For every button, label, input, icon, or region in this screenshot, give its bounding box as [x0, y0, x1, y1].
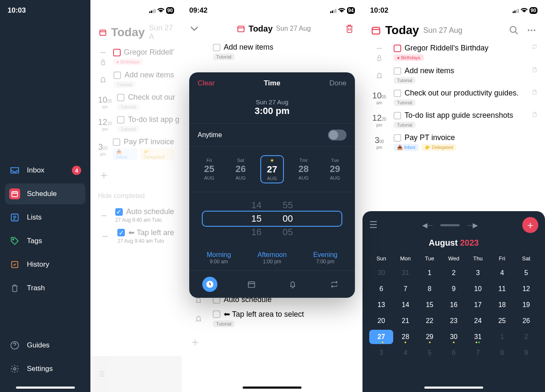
calendar-day[interactable]: 9: [442, 282, 466, 296]
calendar-day[interactable]: 5: [418, 346, 442, 360]
next-arrow[interactable]: ···▶: [467, 221, 478, 229]
checkbox[interactable]: ✓: [117, 229, 125, 236]
task-title: Pay PT invoice: [124, 138, 174, 146]
checkbox[interactable]: [117, 116, 124, 124]
calendar-day[interactable]: 4: [393, 346, 417, 360]
calendar-day[interactable]: 1: [418, 266, 442, 280]
preset-button[interactable]: Morning9:00 am: [206, 251, 231, 265]
calendar-day[interactable]: 5: [514, 266, 538, 280]
calendar-day[interactable]: 23: [442, 314, 466, 328]
date-cell[interactable]: Sat26AUG: [229, 155, 252, 183]
tab-date[interactable]: [244, 277, 259, 292]
date-cell[interactable]: Tmr28AUG: [292, 155, 315, 183]
checkbox[interactable]: [213, 44, 220, 51]
more-icon[interactable]: [526, 25, 537, 35]
hide-completed-toggle[interactable]: Hide completed: [90, 187, 182, 205]
calendar-day[interactable]: 7: [466, 346, 490, 360]
header-title: Today: [249, 24, 272, 34]
calendar-day[interactable]: 25: [490, 314, 514, 328]
calendar-day[interactable]: 6: [369, 282, 393, 296]
calendar-day[interactable]: 28: [393, 330, 417, 344]
calendar-day[interactable]: 24: [466, 314, 490, 328]
nav-history[interactable]: History: [5, 254, 85, 275]
calendar-day[interactable]: 11: [490, 282, 514, 296]
search-icon[interactable]: [509, 25, 519, 35]
preset-button[interactable]: Afternoon1:00 pm: [257, 251, 286, 265]
nav-guides[interactable]: Guides: [5, 335, 85, 356]
calendar-day[interactable]: 15: [418, 298, 442, 312]
home-indicator: [16, 387, 75, 389]
calendar-day[interactable]: 20: [369, 314, 393, 328]
calendar-day[interactable]: 13: [369, 298, 393, 312]
tab-time[interactable]: [202, 277, 217, 292]
checkbox[interactable]: ✓: [115, 208, 123, 216]
checkbox[interactable]: [113, 49, 121, 56]
nav-inbox[interactable]: Inbox 4: [5, 160, 85, 181]
calendar-day[interactable]: 18: [490, 298, 514, 312]
tab-reminder[interactable]: [285, 277, 300, 292]
add-button[interactable]: ＋: [182, 330, 362, 354]
calendar-day[interactable]: 7: [393, 282, 417, 296]
calendar-day[interactable]: 31: [393, 266, 417, 280]
nav-inbox-label: Inbox: [27, 166, 45, 175]
nav-schedule[interactable]: Schedule: [5, 183, 85, 204]
calendar-day[interactable]: 30: [442, 330, 466, 344]
calendar-day[interactable]: 14: [393, 298, 417, 312]
calendar-day[interactable]: 10: [466, 282, 490, 296]
calendar-day[interactable]: 12: [514, 282, 538, 296]
date-cell[interactable]: Fri25AUG: [197, 155, 221, 183]
anytime-toggle[interactable]: [328, 130, 347, 140]
done-button[interactable]: Done: [329, 79, 347, 87]
checkbox[interactable]: [113, 138, 120, 146]
checkbox[interactable]: [213, 310, 220, 318]
checkbox[interactable]: [114, 72, 121, 79]
preset-button[interactable]: Evening7:00 pm: [313, 251, 338, 265]
add-fab[interactable]: ＋: [522, 217, 538, 233]
calendar-day[interactable]: 27: [369, 330, 393, 344]
menu-icon[interactable]: ☰: [369, 220, 378, 230]
nav-tags[interactable]: Tags: [5, 230, 85, 252]
checkbox[interactable]: [394, 90, 401, 97]
checkbox[interactable]: [394, 67, 401, 75]
add-button[interactable]: ＋: [90, 163, 182, 187]
calendar-day[interactable]: 26: [514, 314, 538, 328]
tab-repeat[interactable]: [327, 277, 342, 292]
calendar-day[interactable]: 4: [490, 266, 514, 280]
calendar-day[interactable]: 29: [418, 330, 442, 344]
calendar-day[interactable]: 2: [442, 266, 466, 280]
date-strip[interactable]: Fri25AUGSat26AUG★27AUGTmr28AUGTue29AUG: [189, 147, 355, 192]
nav-lists[interactable]: Lists: [5, 207, 85, 228]
calendar-day[interactable]: 22: [418, 314, 442, 328]
checkbox[interactable]: [394, 112, 401, 119]
drag-handle[interactable]: [440, 224, 460, 226]
calendar-day[interactable]: 8: [418, 282, 442, 296]
calendar-day[interactable]: 19: [514, 298, 538, 312]
collapse-button[interactable]: [190, 26, 203, 31]
calendar-day[interactable]: 21: [393, 314, 417, 328]
calendar-day[interactable]: 16: [442, 298, 466, 312]
checkbox[interactable]: [394, 134, 401, 142]
page-date: Sun 27 A: [149, 24, 173, 41]
nav-settings[interactable]: Settings: [5, 358, 85, 379]
delete-button[interactable]: [345, 24, 354, 34]
calendar-day[interactable]: 30: [369, 266, 393, 280]
calendar-day[interactable]: 17: [466, 298, 490, 312]
calendar-day[interactable]: 9: [514, 346, 538, 360]
calendar-day[interactable]: 31: [466, 330, 490, 344]
calendar-day[interactable]: 3: [466, 266, 490, 280]
calendar-day[interactable]: 6: [442, 346, 466, 360]
svg-point-2: [13, 239, 14, 240]
date-cell[interactable]: ★27AUG: [260, 155, 284, 183]
calendar-day[interactable]: 1: [490, 330, 514, 344]
time-picker[interactable]: 1455 1500 1605: [189, 192, 355, 245]
checkbox[interactable]: [394, 45, 401, 52]
calendar-day[interactable]: 3: [369, 346, 393, 360]
prev-arrow[interactable]: ◀···: [422, 221, 433, 229]
calendar-grid[interactable]: SunMonTueWedThuFriSat3031123456789101112…: [369, 253, 538, 360]
clear-button[interactable]: Clear: [198, 79, 215, 87]
calendar-day[interactable]: 2: [514, 330, 538, 344]
calendar-day[interactable]: 8: [490, 346, 514, 360]
checkbox[interactable]: [117, 94, 124, 101]
nav-trash[interactable]: Trash: [5, 278, 85, 299]
date-cell[interactable]: Tue29AUG: [323, 155, 347, 183]
